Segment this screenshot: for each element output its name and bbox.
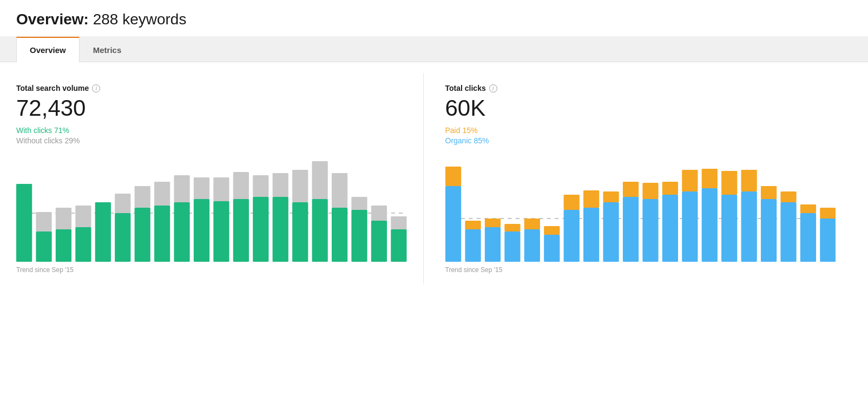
svg-rect-36 [371, 221, 387, 262]
svg-rect-22 [233, 199, 249, 262]
svg-rect-23 [253, 175, 268, 197]
svg-rect-60 [642, 199, 658, 262]
svg-rect-5 [56, 229, 71, 262]
tabs-bar: Overview Metrics [0, 36, 868, 62]
svg-rect-8 [95, 202, 111, 262]
page-header: Overview: 288 keywords [0, 0, 868, 36]
svg-rect-45 [484, 219, 500, 227]
page-title: Overview: 288 keywords [16, 11, 852, 28]
organic-label: Organic 85% [445, 136, 836, 145]
total-clicks-value: 60K [445, 96, 836, 121]
svg-rect-4 [56, 208, 71, 229]
left-panel-title: Total search volume i [16, 84, 407, 92]
svg-rect-38 [391, 229, 406, 262]
title-prefix: Overview: [16, 11, 89, 28]
svg-rect-25 [273, 173, 288, 197]
svg-rect-70 [741, 191, 757, 262]
svg-rect-30 [312, 199, 328, 262]
svg-rect-50 [544, 235, 560, 262]
left-panel: Total search volume i 72,430 With clicks… [16, 73, 423, 284]
right-panel: Total clicks i 60K Paid 15% Organic 85% … [423, 73, 852, 284]
svg-rect-47 [504, 224, 520, 231]
total-clicks-title: Total clicks [445, 84, 486, 92]
svg-rect-71 [741, 170, 757, 191]
svg-rect-44 [484, 227, 500, 262]
svg-rect-13 [154, 182, 170, 206]
total-clicks-info-icon[interactable]: i [489, 84, 497, 92]
svg-rect-27 [292, 170, 308, 202]
svg-rect-26 [273, 197, 288, 262]
right-trend-label: Trend since Sep '15 [445, 266, 836, 274]
title-suffix: 288 keywords [93, 11, 187, 28]
svg-rect-12 [135, 208, 150, 262]
svg-rect-78 [820, 219, 836, 262]
search-volume-title: Total search volume [16, 84, 89, 92]
search-volume-value: 72,430 [16, 96, 407, 121]
svg-rect-9 [115, 194, 130, 213]
svg-rect-64 [682, 191, 698, 262]
svg-rect-31 [332, 173, 347, 208]
svg-rect-43 [465, 221, 481, 229]
svg-rect-21 [233, 172, 249, 199]
svg-rect-79 [820, 208, 836, 219]
svg-rect-40 [445, 186, 461, 262]
svg-rect-46 [504, 231, 520, 262]
svg-rect-11 [135, 186, 150, 208]
svg-rect-54 [583, 208, 599, 262]
svg-rect-6 [75, 206, 91, 227]
svg-rect-68 [721, 195, 737, 262]
svg-rect-61 [642, 183, 658, 199]
svg-rect-32 [332, 208, 347, 262]
tab-metrics[interactable]: Metrics [80, 37, 135, 62]
svg-rect-73 [760, 186, 776, 199]
svg-rect-1 [16, 184, 32, 262]
svg-rect-74 [780, 202, 796, 262]
svg-rect-63 [662, 182, 678, 195]
svg-rect-72 [760, 199, 776, 262]
svg-rect-7 [75, 227, 91, 262]
svg-rect-52 [563, 210, 579, 262]
paid-label: Paid 15% [445, 126, 836, 135]
svg-rect-17 [194, 177, 209, 199]
svg-rect-35 [371, 206, 387, 221]
left-trend-label: Trend since Sep '15 [16, 266, 407, 274]
svg-rect-29 [312, 161, 328, 199]
svg-rect-34 [351, 210, 367, 262]
svg-rect-55 [583, 190, 599, 208]
svg-rect-2 [36, 212, 51, 231]
right-panel-title: Total clicks i [445, 84, 836, 92]
svg-rect-10 [115, 213, 130, 262]
svg-rect-76 [800, 213, 816, 262]
svg-rect-59 [622, 182, 638, 197]
svg-rect-20 [213, 201, 229, 262]
with-clicks-label: With clicks 71% [16, 126, 407, 135]
svg-rect-41 [445, 167, 461, 186]
svg-rect-69 [721, 171, 737, 195]
svg-rect-58 [622, 197, 638, 262]
svg-rect-3 [36, 231, 51, 262]
svg-rect-37 [391, 216, 406, 229]
content-area: Total search volume i 72,430 With clicks… [0, 62, 868, 295]
without-clicks-label: Without clicks 29% [16, 136, 407, 145]
svg-rect-48 [524, 229, 540, 262]
svg-rect-33 [351, 197, 367, 210]
svg-rect-16 [174, 202, 189, 262]
svg-rect-24 [253, 197, 268, 262]
svg-rect-28 [292, 202, 308, 262]
svg-rect-57 [603, 191, 619, 202]
svg-rect-62 [662, 195, 678, 262]
search-volume-info-icon[interactable]: i [92, 84, 100, 92]
svg-rect-49 [524, 219, 540, 229]
svg-rect-42 [465, 229, 481, 262]
svg-rect-15 [174, 175, 189, 202]
svg-rect-14 [154, 206, 170, 262]
svg-rect-53 [563, 195, 579, 210]
svg-rect-51 [544, 226, 560, 235]
svg-rect-19 [213, 177, 229, 201]
svg-rect-77 [800, 204, 816, 213]
svg-rect-56 [603, 202, 619, 262]
svg-rect-75 [780, 191, 796, 202]
svg-rect-18 [194, 199, 209, 262]
tab-overview[interactable]: Overview [16, 37, 80, 62]
total-clicks-chart [445, 154, 836, 262]
